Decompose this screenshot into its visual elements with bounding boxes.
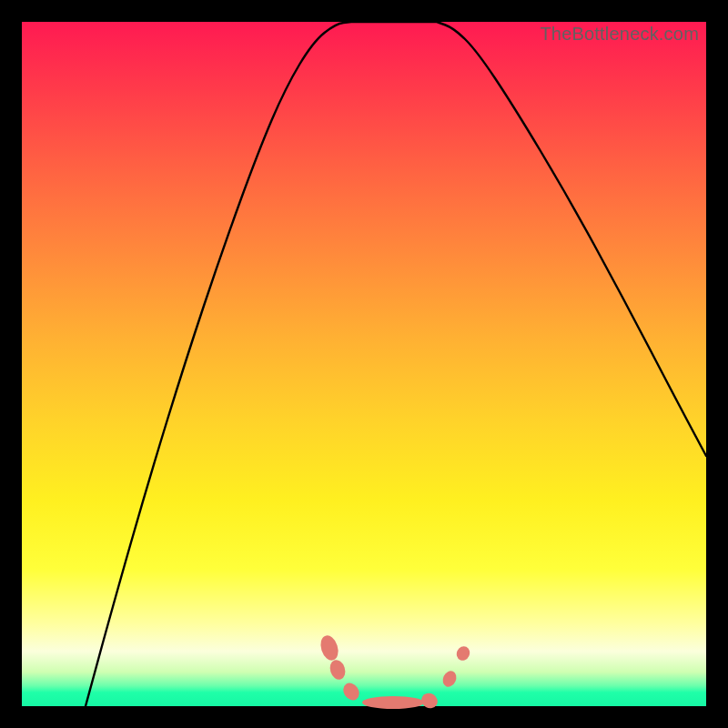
curve-knot <box>340 680 363 703</box>
curve-knot <box>419 691 440 712</box>
curve-knot <box>328 658 348 682</box>
knot-group <box>318 633 472 712</box>
bottleneck-curve <box>22 22 706 706</box>
plot-area: TheBottleneck.com <box>22 22 706 706</box>
curve-knot <box>362 696 424 709</box>
curve-knot <box>454 644 471 662</box>
curve-knot <box>318 633 341 662</box>
curve-path <box>86 22 706 706</box>
curve-knot <box>440 669 459 689</box>
outer-frame: TheBottleneck.com <box>0 0 728 728</box>
